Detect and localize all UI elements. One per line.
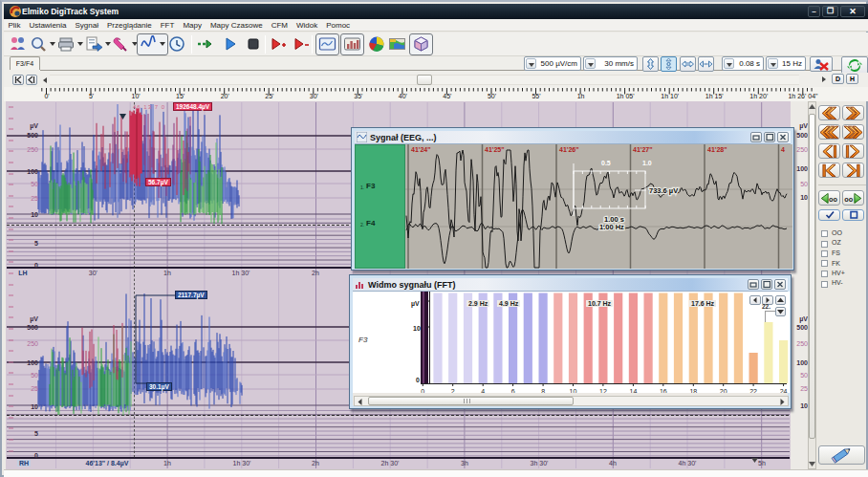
svg-text:10: 10 [413,325,421,332]
svg-text:41'26": 41'26" [559,146,579,153]
svg-text:41'24": 41'24" [411,146,431,153]
svg-text:8: 8 [541,388,545,393]
svg-text:6: 6 [511,388,515,393]
svg-text:0: 0 [421,388,424,393]
svg-text:4: 4 [481,388,485,393]
svg-text:24: 24 [780,388,788,393]
svg-text:41'27": 41'27" [633,146,653,153]
svg-text:22: 22 [749,388,757,393]
svg-text:41'28": 41'28" [707,146,727,153]
svg-text:733.6 µV: 733.6 µV [649,186,678,195]
svg-text:0.5: 0.5 [601,160,611,166]
svg-text:41'25": 41'25" [485,146,505,153]
svg-text:µV: µV [411,300,420,308]
svg-text:18: 18 [689,388,697,393]
svg-text:2: 2 [451,388,455,393]
svg-text:4: 4 [781,146,785,153]
svg-text:10: 10 [570,388,577,393]
svg-text:12: 12 [599,388,607,393]
svg-text:F3: F3 [358,336,368,344]
svg-text:1.0: 1.0 [642,160,652,166]
svg-text:oo: oo [829,195,837,204]
svg-text:oo: oo [844,195,853,204]
svg-text:0: 0 [416,377,420,383]
svg-text:16: 16 [660,388,667,393]
svg-text:20: 20 [720,388,727,393]
svg-text:14: 14 [630,388,638,393]
svg-text:1.00 Hz: 1.00 Hz [599,223,624,231]
